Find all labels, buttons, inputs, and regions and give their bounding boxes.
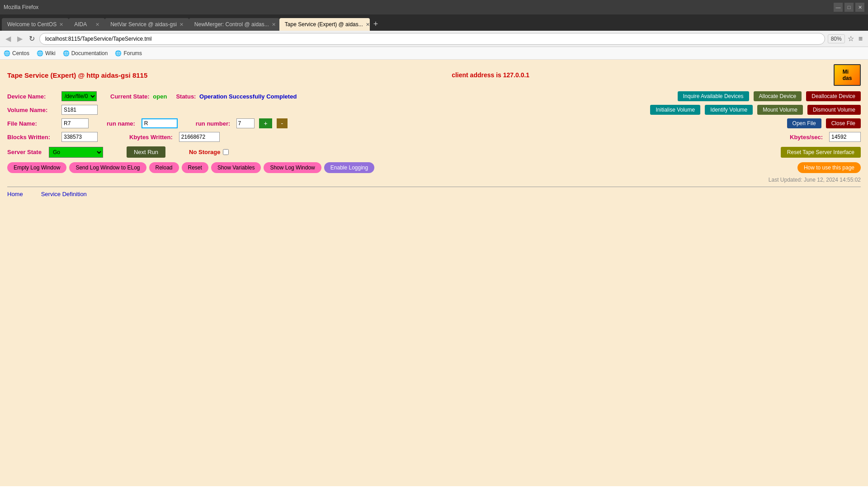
kbytes-sec-input[interactable]: [829, 132, 861, 142]
tab-tapeservice-label: Tape Service (Expert) @ aidas...: [285, 21, 363, 28]
show-variables-button[interactable]: Show Variables: [211, 162, 261, 173]
tab-aida[interactable]: AIDA ✕: [69, 18, 105, 31]
empty-log-window-button[interactable]: Empty Log Window: [7, 162, 66, 173]
no-storage-label: No Storage: [189, 149, 220, 155]
deallocate-device-button[interactable]: Deallocate Device: [806, 91, 861, 101]
current-state-value: open: [153, 93, 167, 100]
blocks-row: Blocks Written: Kbytes Written: Kbytes/s…: [7, 132, 861, 142]
dismount-volume-button[interactable]: Dismount Volume: [807, 105, 861, 115]
tab-tapeservice[interactable]: Tape Service (Expert) @ aidas... ✕: [279, 18, 370, 31]
tab-welcome[interactable]: Welcome to CentOS ✕: [2, 18, 69, 31]
centos-globe-icon: 🌐: [4, 50, 10, 56]
inquire-available-devices-button[interactable]: Inquire Available Devices: [678, 91, 749, 101]
volume-name-label: Volume Name:: [7, 107, 57, 113]
page-content: Tape Service (Expert) @ http aidas-gsi 8…: [0, 60, 868, 486]
no-storage-checkbox[interactable]: [223, 149, 229, 155]
reload-nav-button[interactable]: ↻: [27, 33, 37, 44]
open-file-button[interactable]: Open File: [787, 118, 821, 128]
run-number-plus-button[interactable]: +: [259, 118, 272, 128]
right-buttons-row3: Open File Close File: [787, 118, 861, 128]
status-area: Status: Operation Successfully Completed: [176, 93, 297, 100]
minimize-button[interactable]: —: [834, 3, 843, 12]
enable-logging-button[interactable]: Enable Logging: [324, 162, 374, 173]
browser-titlebar: Mozilla Firefox — □ ✕: [0, 0, 868, 14]
wiki-globe-icon: 🌐: [37, 50, 43, 56]
bookmark-forums[interactable]: 🌐 Forums: [115, 50, 142, 56]
run-number-minus-button[interactable]: -: [277, 118, 288, 128]
bookmark-star-button[interactable]: ☆: [848, 34, 854, 43]
current-state-label: Current State: open: [110, 93, 167, 100]
logo-text: Midas: [843, 69, 852, 81]
device-name-select[interactable]: /dev/file/0: [61, 91, 97, 101]
run-name-input[interactable]: [142, 118, 178, 128]
docs-globe-icon: 🌐: [63, 50, 70, 56]
next-run-button[interactable]: Next Run: [127, 146, 165, 158]
reload-button[interactable]: Reload: [149, 162, 179, 173]
run-number-area: run number:: [196, 120, 232, 127]
tab-newmerger[interactable]: NewMerger: Control @ aidas... ✕: [189, 18, 279, 31]
tab-newmerger-close[interactable]: ✕: [272, 22, 276, 28]
volume-name-input[interactable]: [61, 105, 98, 115]
bookmark-docs-label: Documentation: [71, 50, 108, 56]
back-button[interactable]: ◀: [4, 33, 13, 44]
forward-button[interactable]: ▶: [15, 33, 24, 44]
allocate-device-button[interactable]: Allocate Device: [754, 91, 802, 101]
tab-netvar[interactable]: NetVar Service @ aidas-gsi ✕: [105, 18, 189, 31]
blocks-written-input[interactable]: [61, 132, 98, 142]
tab-welcome-label: Welcome to CentOS: [7, 21, 57, 28]
window-controls: — □ ✕: [834, 3, 864, 12]
run-number-input[interactable]: [236, 118, 255, 128]
browser-tabs-bar: Welcome to CentOS ✕ AIDA ✕ NetVar Servic…: [0, 14, 868, 31]
last-updated: Last Updated: June 12, 2024 14:55:02: [7, 177, 861, 183]
close-file-button[interactable]: Close File: [826, 118, 861, 128]
volume-row: Volume Name: Initialise Volume Identify …: [7, 105, 861, 115]
bookmark-forums-label: Forums: [123, 50, 142, 56]
kbytes-written-input[interactable]: [179, 132, 220, 142]
tab-tapeservice-close[interactable]: ✕: [366, 22, 370, 28]
initialise-volume-button[interactable]: Initialise Volume: [650, 105, 700, 115]
no-storage-area: No Storage: [189, 149, 229, 155]
tab-welcome-close[interactable]: ✕: [59, 22, 63, 28]
bookmark-wiki[interactable]: 🌐 Wiki: [37, 50, 56, 56]
show-log-window-button[interactable]: Show Log Window: [264, 162, 321, 173]
action-buttons-row: Empty Log Window Send Log Window to ELog…: [7, 162, 861, 173]
file-row: File Name: run name: run number: + - Ope…: [7, 118, 861, 128]
url-bar[interactable]: [39, 33, 825, 45]
tab-netvar-label: NetVar Service @ aidas-gsi: [110, 21, 177, 28]
midas-logo: Midas: [834, 64, 861, 86]
file-name-input[interactable]: [61, 118, 89, 128]
forums-globe-icon: 🌐: [115, 50, 122, 56]
server-state-select[interactable]: Go: [49, 147, 103, 158]
page-header: Tape Service (Expert) @ http aidas-gsi 8…: [7, 64, 861, 86]
tab-aida-label: AIDA: [74, 21, 87, 28]
tab-netvar-close[interactable]: ✕: [179, 22, 184, 28]
right-buttons-row1: Inquire Available Devices Allocate Devic…: [678, 91, 861, 101]
bookmark-centos[interactable]: 🌐 Centos: [4, 50, 29, 56]
kbytes-sec-area: Kbytes/sec:: [790, 134, 825, 141]
close-button[interactable]: ✕: [855, 3, 864, 12]
new-tab-button[interactable]: +: [370, 18, 382, 31]
service-definition-link[interactable]: Service Definition: [41, 191, 87, 197]
browser-toolbar: ◀ ▶ ↻ 80% ☆ ≡: [0, 31, 868, 47]
reset-tape-server-button[interactable]: Reset Tape Server Interface: [781, 147, 861, 158]
footer-links: Home Service Definition: [7, 187, 861, 197]
tab-aida-close[interactable]: ✕: [95, 22, 99, 28]
client-address: client address is 127.0.0.1: [452, 71, 529, 79]
reset-button[interactable]: Reset: [182, 162, 208, 173]
reset-tape-area: Reset Tape Server Interface: [781, 147, 861, 158]
bookmark-documentation[interactable]: 🌐 Documentation: [63, 50, 108, 56]
right-buttons-row2: Initialise Volume Identify Volume Mount …: [650, 105, 861, 115]
home-link[interactable]: Home: [7, 191, 23, 197]
bookmark-centos-label: Centos: [12, 50, 29, 56]
next-run-area: Next Run: [127, 146, 165, 158]
zoom-indicator: 80%: [828, 34, 845, 43]
menu-button[interactable]: ≡: [857, 34, 864, 44]
identify-volume-button[interactable]: Identify Volume: [705, 105, 753, 115]
send-log-to-elog-button[interactable]: Send Log Window to ELog: [69, 162, 146, 173]
file-name-label: File Name:: [7, 120, 57, 127]
mount-volume-button[interactable]: Mount Volume: [757, 105, 803, 115]
bookmarks-bar: 🌐 Centos 🌐 Wiki 🌐 Documentation 🌐 Forums: [0, 47, 868, 60]
run-name-area: run name:: [107, 120, 137, 127]
how-to-use-button[interactable]: How to use this page: [797, 162, 861, 173]
maximize-button[interactable]: □: [844, 3, 854, 12]
